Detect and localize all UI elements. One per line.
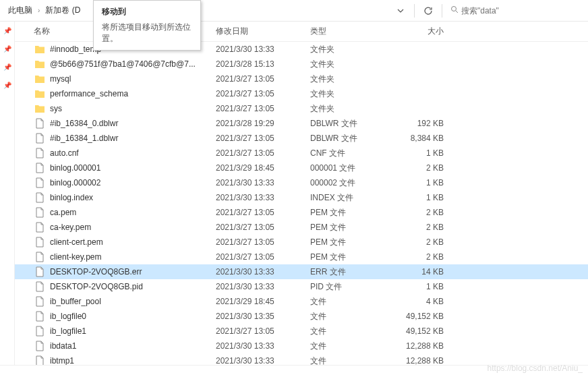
file-type: DBLWR 文件 — [310, 118, 390, 129]
file-row[interactable]: performance_schema2021/3/27 13:05文件夹 — [15, 86, 588, 101]
file-row[interactable]: #ib_16384_0.dblwr2021/3/28 19:29DBLWR 文件… — [15, 116, 588, 131]
search-input[interactable] — [461, 6, 569, 16]
file-row[interactable]: ibtmp12021/3/30 13:33文件12,288 KB — [15, 353, 588, 365]
file-date: 2021/3/27 13:05 — [216, 74, 310, 84]
tooltip-desc: 将所选项目移动到所选位置。 — [102, 22, 192, 45]
file-type: 文件 — [310, 341, 390, 352]
file-name: mysql — [50, 74, 216, 84]
pin-icon[interactable]: 📌 — [3, 45, 11, 53]
pin-icon[interactable]: 📌 — [3, 82, 11, 89]
file-icon — [34, 340, 46, 352]
dropdown-button[interactable] — [392, 3, 409, 19]
file-type: DBLWR 文件 — [310, 133, 390, 144]
file-type: PEM 文件 — [310, 237, 390, 248]
file-row[interactable]: ibdata12021/3/30 13:33文件12,288 KB — [15, 339, 588, 353]
file-date: 2021/3/27 13:05 — [216, 326, 310, 336]
file-size: 4 KB — [390, 297, 450, 306]
file-icon — [34, 295, 46, 308]
folder-icon — [34, 43, 46, 55]
file-row[interactable]: #ib_16384_1.dblwr2021/3/27 13:05DBLWR 文件… — [15, 131, 588, 146]
file-size: 2 KB — [390, 208, 450, 217]
main-area: 📌 📌 📌 📌 名称 修改日期 类型 大小 #innodb_temp2021/3… — [0, 22, 588, 365]
file-date: 2021/3/28 19:29 — [216, 119, 310, 128]
file-icon — [34, 132, 46, 144]
file-list-panel: 名称 修改日期 类型 大小 #innodb_temp2021/3/30 13:3… — [15, 22, 588, 365]
breadcrumb-drive[interactable]: 新加卷 (D — [42, 3, 83, 18]
refresh-button[interactable] — [420, 3, 436, 19]
file-row[interactable]: ib_logfile12021/3/27 13:05文件49,152 KB — [15, 324, 588, 339]
file-icon — [34, 117, 46, 129]
file-date: 2021/3/27 13:05 — [216, 134, 310, 143]
file-row[interactable]: DESKTOP-2VOQ8GB.err2021/3/30 13:33ERR 文件… — [15, 264, 588, 279]
search-icon — [450, 5, 459, 16]
file-icon — [34, 162, 46, 174]
file-icon — [34, 192, 46, 204]
file-date: 2021/3/30 13:35 — [216, 312, 310, 321]
file-list: #innodb_temp2021/3/30 13:33文件夹@5b66@751f… — [15, 42, 588, 365]
file-date: 2021/3/28 15:13 — [216, 59, 310, 69]
search-box[interactable] — [448, 4, 583, 17]
header-bar: 此电脑 › 新加卷 (D 移动到 将所选项目移动到所选位置。 — [0, 0, 588, 22]
file-name: ibtmp1 — [50, 356, 216, 365]
file-row[interactable]: ca-key.pem2021/3/27 13:05PEM 文件2 KB — [15, 220, 588, 235]
file-name: binlog.index — [50, 193, 216, 202]
file-size: 12,288 KB — [390, 341, 450, 351]
file-type: PEM 文件 — [310, 252, 390, 263]
file-name: sys — [50, 104, 216, 113]
file-row[interactable]: binlog.0000022021/3/30 13:33000002 文件1 K… — [15, 175, 588, 190]
file-row[interactable]: ib_logfile02021/3/30 13:35文件49,152 KB — [15, 309, 588, 324]
file-row[interactable]: @5b66@751f@7ba1@7406@7cfb@7...2021/3/28 … — [15, 57, 588, 71]
column-type[interactable]: 类型 — [310, 26, 390, 37]
file-date: 2021/3/30 13:33 — [216, 267, 310, 277]
file-type: INDEX 文件 — [310, 192, 390, 204]
file-size: 12,288 KB — [390, 356, 450, 365]
file-row[interactable]: DESKTOP-2VOQ8GB.pid2021/3/30 13:33PID 文件… — [15, 279, 588, 294]
status-bar — [0, 365, 588, 377]
folder-icon — [34, 103, 46, 115]
file-date: 2021/3/27 13:05 — [216, 208, 310, 217]
file-type: PEM 文件 — [310, 207, 390, 219]
file-date: 2021/3/27 13:05 — [216, 223, 310, 232]
file-name: auto.cnf — [50, 148, 216, 158]
file-row[interactable]: ca.pem2021/3/27 13:05PEM 文件2 KB — [15, 205, 588, 220]
file-date: 2021/3/27 13:05 — [216, 148, 310, 158]
folder-icon — [34, 73, 46, 85]
file-name: @5b66@751f@7ba1@7406@7cfb@7... — [50, 59, 216, 69]
file-size: 1 KB — [390, 178, 450, 187]
file-row[interactable]: sys2021/3/27 13:05文件夹 — [15, 101, 588, 116]
file-icon — [34, 236, 46, 248]
file-date: 2021/3/29 18:45 — [216, 297, 310, 306]
file-icon — [34, 221, 46, 233]
file-date: 2021/3/30 13:33 — [216, 45, 310, 54]
separator — [414, 4, 415, 18]
breadcrumb-this-pc[interactable]: 此电脑 — [5, 3, 35, 18]
file-name: client-cert.pem — [50, 237, 216, 247]
pin-icon[interactable]: 📌 — [3, 63, 11, 71]
file-date: 2021/3/30 13:33 — [216, 178, 310, 187]
file-name: binlog.000002 — [50, 178, 216, 187]
file-row[interactable]: binlog.0000012021/3/29 18:45000001 文件2 K… — [15, 161, 588, 175]
file-row[interactable]: auto.cnf2021/3/27 13:05CNF 文件1 KB — [15, 146, 588, 161]
refresh-icon — [423, 6, 433, 16]
file-name: performance_schema — [50, 89, 216, 98]
file-row[interactable]: client-key.pem2021/3/27 13:05PEM 文件2 KB — [15, 250, 588, 264]
file-row[interactable]: ib_buffer_pool2021/3/29 18:45文件4 KB — [15, 294, 588, 309]
file-icon — [34, 325, 46, 337]
header-actions — [392, 3, 583, 19]
file-date: 2021/3/30 13:33 — [216, 193, 310, 202]
file-size: 2 KB — [390, 252, 450, 262]
column-size[interactable]: 大小 — [390, 26, 450, 37]
file-row[interactable]: binlog.index2021/3/30 13:33INDEX 文件1 KB — [15, 190, 588, 205]
file-size: 192 KB — [390, 119, 450, 128]
file-size: 49,152 KB — [390, 312, 450, 321]
file-name: ca.pem — [50, 208, 216, 217]
pin-icon[interactable]: 📌 — [3, 27, 11, 34]
tooltip-title: 移动到 — [102, 6, 192, 18]
file-name: ib_logfile1 — [50, 326, 216, 336]
file-row[interactable]: client-cert.pem2021/3/27 13:05PEM 文件2 KB — [15, 235, 588, 250]
file-size: 49,152 KB — [390, 326, 450, 336]
column-date[interactable]: 修改日期 — [216, 26, 310, 37]
file-row[interactable]: mysql2021/3/27 13:05文件夹 — [15, 71, 588, 86]
folder-icon — [34, 58, 46, 70]
file-name: ca-key.pem — [50, 223, 216, 232]
